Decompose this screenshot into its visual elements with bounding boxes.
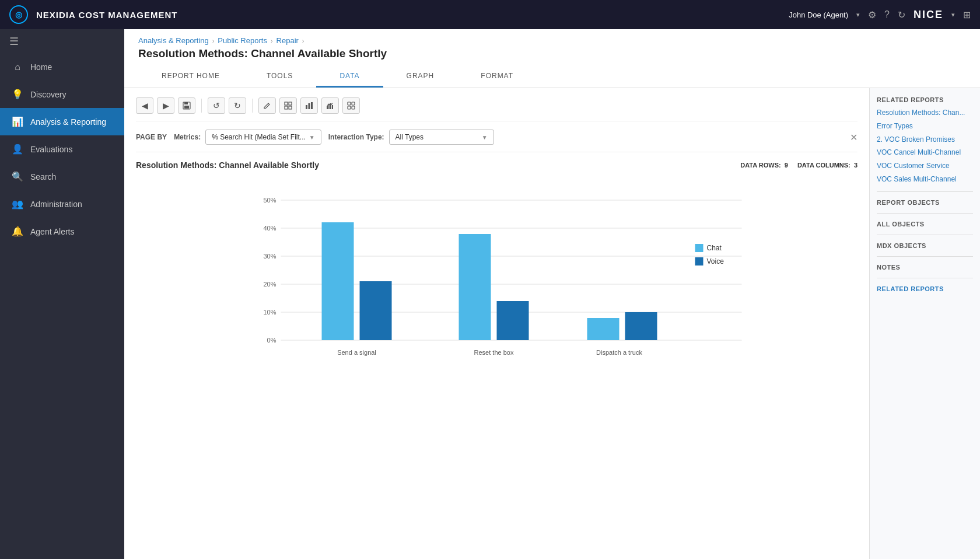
report-meta: DATA ROWS: 9 DATA COLUMNS: 3 <box>740 162 858 169</box>
app-title: NEXIDIA COST MANAGEMENT <box>36 10 789 20</box>
svg-rect-35 <box>695 257 704 265</box>
svg-text:40%: 40% <box>263 225 276 232</box>
svg-text:50%: 50% <box>263 197 276 204</box>
data-columns-label: DATA COLUMNS: <box>797 162 850 169</box>
grid-icon[interactable]: ⊞ <box>963 9 971 20</box>
edit-button[interactable] <box>258 97 276 114</box>
content-header: Analysis & Reporting › Public Reports › … <box>124 29 980 88</box>
bar-dispatch-chat <box>587 318 620 340</box>
interaction-type-group: Interaction Type: All Types ▼ <box>328 130 494 145</box>
report-subtitle: Resolution Methods: Channel Available Sh… <box>136 160 319 170</box>
related-report-3[interactable]: 2. VOC Broken Promises <box>877 135 973 145</box>
breadcrumb-analysis[interactable]: Analysis & Reporting <box>138 36 209 45</box>
back-button[interactable]: ◀ <box>136 97 153 114</box>
app-logo: ◎ <box>9 5 28 24</box>
related-report-4[interactable]: VOC Cancel Multi-Channel <box>877 148 973 158</box>
rs-divider-4 <box>877 256 973 257</box>
analysis-icon: 📊 <box>12 116 23 127</box>
related-reports-title: RELATED REPORTS <box>877 96 973 103</box>
related-report-1[interactable]: Resolution Methods: Chan... <box>877 108 973 118</box>
forward-button[interactable]: ▶ <box>157 97 174 114</box>
undo-button[interactable]: ↺ <box>208 97 225 114</box>
tab-tools[interactable]: TOOLS <box>243 66 316 88</box>
svg-rect-10 <box>327 106 328 109</box>
sidebar-item-home[interactable]: ⌂ Home <box>0 54 124 81</box>
tab-data[interactable]: DATA <box>316 66 383 88</box>
svg-text:Dispatch a truck: Dispatch a truck <box>596 349 642 356</box>
administration-icon: 👥 <box>12 198 23 209</box>
rs-divider-5 <box>877 278 973 278</box>
chart-area: 50% 40% 30% 20% 10% 0% <box>136 177 858 389</box>
svg-rect-16 <box>348 106 351 109</box>
tab-report-home[interactable]: REPORT HOME <box>138 66 243 88</box>
report-objects-title: REPORT OBJECTS <box>877 199 973 206</box>
related-report-6[interactable]: VOC Sales Multi-Channel <box>877 174 973 184</box>
sidebar-item-search[interactable]: 🔍 Search <box>0 163 124 190</box>
bar-chart-button[interactable] <box>300 97 318 114</box>
svg-rect-6 <box>289 106 292 109</box>
main-layout: ☰ ⌂ Home 💡 Discovery 📊 Analysis & Report… <box>0 29 980 559</box>
sidebar-item-home-label: Home <box>30 62 52 72</box>
svg-rect-3 <box>285 102 288 105</box>
metrics-value: % Search Hit (Media Set Filt... <box>212 133 306 141</box>
tab-graph[interactable]: GRAPH <box>383 66 458 88</box>
sidebar-item-analysis[interactable]: 📊 Analysis & Reporting <box>0 108 124 135</box>
svg-rect-13 <box>332 105 333 109</box>
sidebar-item-evaluations[interactable]: 👤 Evaluations <box>0 135 124 163</box>
metrics-group: Metrics: % Search Hit (Media Set Filt...… <box>174 130 321 145</box>
svg-rect-4 <box>289 102 292 105</box>
breadcrumb-public[interactable]: Public Reports <box>218 36 267 45</box>
related-report-2[interactable]: Error Types <box>877 121 973 131</box>
evaluations-icon: 👤 <box>12 144 23 155</box>
svg-rect-7 <box>306 105 307 109</box>
sidebar-item-discovery[interactable]: 💡 Discovery <box>0 81 124 108</box>
user-chevron[interactable]: ▾ <box>856 11 860 19</box>
interaction-type-value: All Types <box>396 133 478 141</box>
svg-rect-11 <box>328 104 330 109</box>
svg-rect-1 <box>184 102 188 104</box>
toolbar-div-2 <box>252 99 253 113</box>
data-rows-value: 9 <box>785 162 788 169</box>
svg-text:0%: 0% <box>267 337 276 344</box>
toolbar-div-1 <box>201 99 202 113</box>
nice-chevron[interactable]: ▾ <box>951 11 955 19</box>
combo-chart-button[interactable] <box>321 97 339 114</box>
all-objects-title: ALL OBJECTS <box>877 221 973 228</box>
filters-row: PAGE BY Metrics: % Search Hit (Media Set… <box>136 130 858 152</box>
hamburger-button[interactable]: ☰ <box>0 29 124 54</box>
content-area: Analysis & Reporting › Public Reports › … <box>124 29 980 559</box>
filter-close-button[interactable]: ✕ <box>850 132 858 143</box>
sidebar-item-agent-alerts[interactable]: 🔔 Agent Alerts <box>0 218 124 245</box>
home-icon: ⌂ <box>12 62 23 72</box>
breadcrumb: Analysis & Reporting › Public Reports › … <box>138 36 966 45</box>
grid-view-button[interactable] <box>279 97 297 114</box>
svg-rect-15 <box>352 102 355 105</box>
bar-reset-box-chat <box>459 234 491 340</box>
sidebar-item-agent-alerts-label: Agent Alerts <box>30 227 75 236</box>
sidebar-item-search-label: Search <box>30 172 56 181</box>
related-reports-bottom[interactable]: RELATED REPORTS <box>877 285 973 292</box>
redo-button[interactable]: ↻ <box>229 97 246 114</box>
tab-format[interactable]: FORMAT <box>457 66 537 88</box>
bar-reset-box-voice <box>497 301 529 340</box>
metrics-select[interactable]: % Search Hit (Media Set Filt... ▼ <box>205 130 321 145</box>
save-button[interactable] <box>178 97 195 114</box>
bar-dispatch-voice <box>625 312 657 340</box>
bc-sep-2: › <box>271 37 273 44</box>
refresh-icon[interactable]: ↻ <box>898 9 905 20</box>
data-columns-value: 3 <box>854 162 858 169</box>
svg-text:Reset the box: Reset the box <box>474 349 514 356</box>
search-icon: 🔍 <box>12 171 23 182</box>
settings-icon[interactable]: ⚙ <box>868 9 876 20</box>
widgets-button[interactable] <box>342 97 360 114</box>
breadcrumb-repair[interactable]: Repair <box>276 36 299 45</box>
bar-send-signal-voice <box>360 281 392 340</box>
nice-logo: NICE <box>914 9 943 21</box>
help-icon[interactable]: ? <box>884 9 890 20</box>
sidebar-item-administration[interactable]: 👥 Administration <box>0 190 124 218</box>
svg-text:10%: 10% <box>263 309 276 316</box>
tab-bar: REPORT HOME TOOLS DATA GRAPH FORMAT <box>138 66 966 88</box>
related-report-5[interactable]: VOC Customer Service <box>877 161 973 171</box>
toolbar-row: ◀ ▶ ↺ ↻ <box>136 97 858 121</box>
interaction-type-select[interactable]: All Types ▼ <box>389 130 494 145</box>
